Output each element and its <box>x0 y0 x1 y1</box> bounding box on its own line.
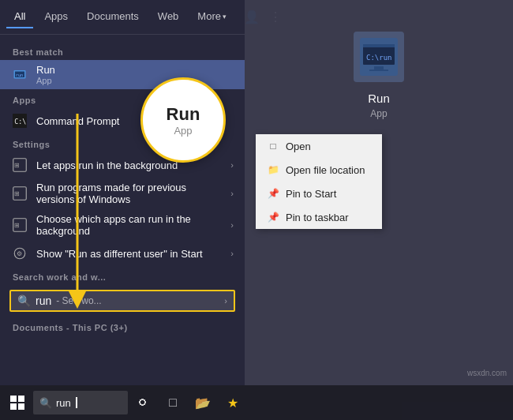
search-arrow: › <box>224 296 227 306</box>
cmd-item-text: Command Prompt <box>36 115 119 127</box>
watermark: wsxdn.com <box>467 369 507 377</box>
setting3-line1: Choose which apps can run in the <box>36 213 191 225</box>
svg-rect-16 <box>374 66 384 69</box>
run-icon: run <box>11 66 28 84</box>
taskbar-cursor <box>76 397 77 408</box>
setting2-line1: Run programs made for previous <box>36 182 186 193</box>
context-open[interactable]: □ Open <box>256 134 382 158</box>
taskbar-search-bar[interactable]: 🔍 run <box>33 391 128 414</box>
svg-text:C:\run: C:\run <box>366 54 392 62</box>
setting3-arrow: › <box>230 220 234 230</box>
run-type: App <box>36 76 55 85</box>
svg-rect-23 <box>10 403 17 410</box>
section-apps: Apps <box>0 89 245 108</box>
svg-text:run: run <box>16 72 23 77</box>
tab-apps[interactable]: Apps <box>36 6 76 28</box>
svg-rect-21 <box>10 396 17 402</box>
svg-rect-17 <box>369 69 388 71</box>
context-menu: □ Open 📁 Open file location 📌 Pin to Sta… <box>256 134 382 229</box>
right-panel: C:\run Run App □ Open 📁 Open file locati… <box>245 0 513 385</box>
setting2-text: Run programs made for previous versions … <box>36 182 186 205</box>
folder-icon: 📁 <box>267 163 279 176</box>
context-open-file-location[interactable]: 📁 Open file location <box>256 158 382 182</box>
taskbar-icons: ⭘ □ 📂 ★ <box>129 388 246 417</box>
setting4-icon: ⚙ <box>11 245 28 262</box>
cmd-icon: C:\ <box>11 112 28 129</box>
taskbar-icon3[interactable]: ★ <box>219 388 246 417</box>
start-menu: All Apps Documents Web More ▾ 👤 ⋮ Best m… <box>0 0 513 385</box>
chevron-down-icon: ▾ <box>223 13 227 21</box>
taskbar-file-explorer[interactable]: 📂 <box>189 388 216 417</box>
setting3-icon: ⊞ <box>11 216 28 234</box>
pin-taskbar-icon: 📌 <box>267 211 279 223</box>
tab-more[interactable]: More ▾ <box>189 6 234 28</box>
task-view-btn[interactable]: ⭘ <box>129 388 156 417</box>
search-run-text: run <box>36 294 51 307</box>
taskbar-search-text: run <box>56 397 71 409</box>
context-pin-to-taskbar[interactable]: 📌 Pin to taskbar <box>256 205 382 229</box>
results-list: Best match run Run App Apps <box>0 35 245 385</box>
open-icon: □ <box>267 140 279 152</box>
result-setting4[interactable]: ⚙ Show "Run as different user" in Start … <box>0 241 245 266</box>
context-pin-to-start[interactable]: 📌 Pin to Start <box>256 182 382 205</box>
taskbar-search-icon: 🔍 <box>39 397 52 409</box>
result-setting3[interactable]: ⊞ Choose which apps can run in the backg… <box>0 209 245 241</box>
tab-all[interactable]: All <box>6 6 33 28</box>
setting2-icon: ⊞ <box>11 185 28 202</box>
section-search-work: Search work and w... <box>0 266 245 285</box>
svg-rect-15 <box>363 44 395 47</box>
taskbar: 🔍 run ⭘ □ 📂 ★ wsxdn.com <box>0 385 513 420</box>
svg-text:⊞: ⊞ <box>14 222 20 229</box>
setting2-arrow: › <box>230 189 234 198</box>
result-setting1[interactable]: ⊞ Let apps run in the background › <box>0 152 245 178</box>
setting3-text: Choose which apps can run in the backgro… <box>36 213 191 237</box>
setting1-icon: ⊞ <box>11 156 28 174</box>
app-preview-icon: C:\run <box>354 32 404 82</box>
search-magnifier-icon: 🔍 <box>17 294 31 307</box>
search-highlight-box[interactable]: 🔍 run - See wo... › <box>9 290 235 312</box>
cmd-title: Command Prompt <box>36 115 119 127</box>
setting4-text: Show "Run as different user" in Start <box>36 248 203 260</box>
tab-web[interactable]: Web <box>150 6 187 28</box>
svg-text:⊞: ⊞ <box>14 162 20 169</box>
result-setting2[interactable]: ⊞ Run programs made for previous version… <box>0 178 245 209</box>
setting1-title: Let apps run in the background <box>36 159 178 171</box>
search-see-text: - See wo... <box>56 295 101 306</box>
taskbar-icon1[interactable]: □ <box>159 388 186 417</box>
setting3-line2: background <box>36 225 191 237</box>
svg-rect-22 <box>18 396 24 402</box>
setting2-line2: versions of Windows <box>36 193 186 205</box>
run-title: Run <box>36 64 55 76</box>
setting1-arrow: › <box>230 160 234 170</box>
svg-text:⊞: ⊞ <box>14 190 20 197</box>
pin-start-icon: 📌 <box>267 187 279 200</box>
svg-rect-24 <box>18 403 24 410</box>
left-panel: All Apps Documents Web More ▾ 👤 ⋮ Best m… <box>0 0 245 385</box>
result-run[interactable]: run Run App <box>0 60 245 89</box>
start-button[interactable] <box>3 388 32 417</box>
tab-documents[interactable]: Documents <box>79 6 147 28</box>
section-documents: Documents - This PC (3+) <box>0 317 245 336</box>
tabs-bar: All Apps Documents Web More ▾ 👤 ⋮ <box>0 0 245 35</box>
result-command-prompt[interactable]: C:\ Command Prompt <box>0 108 245 133</box>
svg-text:⚙: ⚙ <box>17 250 22 257</box>
section-settings: Settings <box>0 133 245 152</box>
section-best-match: Best match <box>0 41 245 60</box>
run-item-text: Run App <box>36 64 55 85</box>
app-preview-name: Run <box>368 92 390 105</box>
setting4-arrow: › <box>230 249 234 258</box>
setting4-line1: Show "Run as different user" in Start <box>36 248 203 260</box>
app-preview-type: App <box>370 108 387 119</box>
svg-text:C:\: C:\ <box>14 118 26 126</box>
